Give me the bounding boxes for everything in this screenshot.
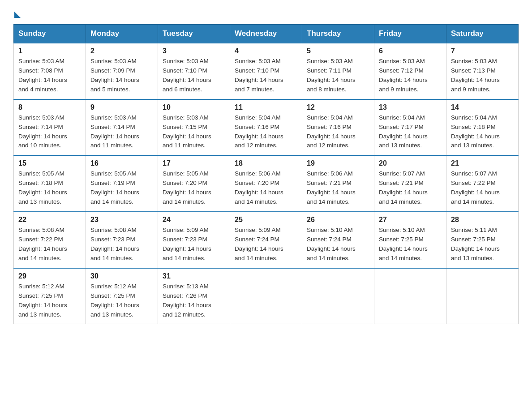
day-number: 15	[18, 159, 81, 167]
calendar-cell: 27 Sunrise: 5:10 AM Sunset: 7:25 PM Dayl…	[374, 212, 446, 268]
day-info: Sunrise: 5:04 AM Sunset: 7:16 PM Dayligh…	[307, 113, 369, 151]
calendar-cell: 1 Sunrise: 5:03 AM Sunset: 7:08 PM Dayli…	[14, 43, 86, 99]
day-info: Sunrise: 5:03 AM Sunset: 7:15 PM Dayligh…	[163, 113, 225, 151]
day-info: Sunrise: 5:07 AM Sunset: 7:22 PM Dayligh…	[451, 169, 514, 207]
calendar-cell: 11 Sunrise: 5:04 AM Sunset: 7:16 PM Dayl…	[230, 99, 302, 156]
calendar-cell: 12 Sunrise: 5:04 AM Sunset: 7:16 PM Dayl…	[302, 99, 374, 156]
day-info: Sunrise: 5:03 AM Sunset: 7:14 PM Dayligh…	[18, 113, 81, 151]
column-header-friday: Friday	[374, 25, 446, 43]
day-number: 1	[18, 47, 81, 55]
column-header-tuesday: Tuesday	[158, 25, 230, 43]
day-info: Sunrise: 5:03 AM Sunset: 7:10 PM Dayligh…	[163, 57, 225, 94]
calendar-cell: 24 Sunrise: 5:09 AM Sunset: 7:23 PM Dayl…	[158, 212, 230, 268]
calendar-cell: 19 Sunrise: 5:06 AM Sunset: 7:21 PM Dayl…	[302, 155, 374, 212]
column-header-saturday: Saturday	[446, 25, 519, 43]
calendar-cell	[230, 268, 302, 324]
week-row-3: 15 Sunrise: 5:05 AM Sunset: 7:18 PM Dayl…	[14, 155, 519, 212]
day-info: Sunrise: 5:03 AM Sunset: 7:09 PM Dayligh…	[90, 57, 153, 94]
day-info: Sunrise: 5:08 AM Sunset: 7:23 PM Dayligh…	[90, 226, 153, 263]
day-info: Sunrise: 5:09 AM Sunset: 7:23 PM Dayligh…	[163, 226, 225, 263]
column-header-thursday: Thursday	[302, 25, 374, 43]
day-number: 26	[307, 216, 369, 224]
day-number: 3	[163, 47, 225, 55]
day-info: Sunrise: 5:05 AM Sunset: 7:18 PM Dayligh…	[18, 169, 81, 207]
day-number: 9	[90, 103, 153, 111]
day-number: 10	[163, 103, 225, 111]
day-info: Sunrise: 5:13 AM Sunset: 7:26 PM Dayligh…	[163, 282, 225, 320]
day-info: Sunrise: 5:05 AM Sunset: 7:19 PM Dayligh…	[90, 169, 153, 207]
day-number: 29	[18, 272, 81, 280]
day-info: Sunrise: 5:10 AM Sunset: 7:24 PM Dayligh…	[307, 226, 369, 263]
day-info: Sunrise: 5:03 AM Sunset: 7:14 PM Dayligh…	[90, 113, 153, 151]
week-row-1: 1 Sunrise: 5:03 AM Sunset: 7:08 PM Dayli…	[14, 43, 519, 99]
day-number: 31	[163, 272, 225, 280]
day-number: 4	[235, 47, 297, 55]
calendar-cell: 7 Sunrise: 5:03 AM Sunset: 7:13 PM Dayli…	[446, 43, 519, 99]
day-number: 23	[90, 216, 153, 224]
day-number: 8	[18, 103, 81, 111]
calendar-cell: 5 Sunrise: 5:03 AM Sunset: 7:11 PM Dayli…	[302, 43, 374, 99]
day-info: Sunrise: 5:11 AM Sunset: 7:25 PM Dayligh…	[451, 226, 514, 263]
logo-arrow-icon	[14, 12, 21, 18]
day-number: 22	[18, 216, 81, 224]
column-header-sunday: Sunday	[14, 25, 86, 43]
day-number: 17	[163, 159, 225, 167]
day-number: 6	[379, 47, 442, 55]
calendar-cell: 21 Sunrise: 5:07 AM Sunset: 7:22 PM Dayl…	[446, 155, 519, 212]
column-header-wednesday: Wednesday	[230, 25, 302, 43]
day-info: Sunrise: 5:04 AM Sunset: 7:16 PM Dayligh…	[235, 113, 297, 151]
calendar-cell: 10 Sunrise: 5:03 AM Sunset: 7:15 PM Dayl…	[158, 99, 230, 156]
calendar-cell: 4 Sunrise: 5:03 AM Sunset: 7:10 PM Dayli…	[230, 43, 302, 99]
week-row-2: 8 Sunrise: 5:03 AM Sunset: 7:14 PM Dayli…	[14, 99, 519, 156]
calendar-cell: 15 Sunrise: 5:05 AM Sunset: 7:18 PM Dayl…	[14, 155, 86, 212]
day-info: Sunrise: 5:10 AM Sunset: 7:25 PM Dayligh…	[379, 226, 442, 263]
calendar-cell: 31 Sunrise: 5:13 AM Sunset: 7:26 PM Dayl…	[158, 268, 230, 324]
calendar-cell: 17 Sunrise: 5:05 AM Sunset: 7:20 PM Dayl…	[158, 155, 230, 212]
calendar-cell: 22 Sunrise: 5:08 AM Sunset: 7:22 PM Dayl…	[14, 212, 86, 268]
day-number: 12	[307, 103, 369, 111]
day-number: 20	[379, 159, 442, 167]
day-info: Sunrise: 5:09 AM Sunset: 7:24 PM Dayligh…	[235, 226, 297, 263]
day-info: Sunrise: 5:08 AM Sunset: 7:22 PM Dayligh…	[18, 226, 81, 263]
day-info: Sunrise: 5:03 AM Sunset: 7:10 PM Dayligh…	[235, 57, 297, 94]
day-info: Sunrise: 5:06 AM Sunset: 7:20 PM Dayligh…	[235, 169, 297, 207]
day-number: 19	[307, 159, 369, 167]
calendar-cell: 9 Sunrise: 5:03 AM Sunset: 7:14 PM Dayli…	[86, 99, 158, 156]
day-info: Sunrise: 5:04 AM Sunset: 7:18 PM Dayligh…	[451, 113, 514, 151]
day-number: 16	[90, 159, 153, 167]
calendar-cell	[374, 268, 446, 324]
day-info: Sunrise: 5:03 AM Sunset: 7:11 PM Dayligh…	[307, 57, 369, 94]
day-info: Sunrise: 5:12 AM Sunset: 7:25 PM Dayligh…	[90, 282, 153, 320]
calendar-cell: 23 Sunrise: 5:08 AM Sunset: 7:23 PM Dayl…	[86, 212, 158, 268]
calendar-cell: 25 Sunrise: 5:09 AM Sunset: 7:24 PM Dayl…	[230, 212, 302, 268]
calendar-cell: 6 Sunrise: 5:03 AM Sunset: 7:12 PM Dayli…	[374, 43, 446, 99]
day-info: Sunrise: 5:03 AM Sunset: 7:13 PM Dayligh…	[451, 57, 514, 94]
day-number: 25	[235, 216, 297, 224]
day-number: 14	[451, 103, 514, 111]
week-row-5: 29 Sunrise: 5:12 AM Sunset: 7:25 PM Dayl…	[14, 268, 519, 324]
day-number: 11	[235, 103, 297, 111]
day-number: 5	[307, 47, 369, 55]
calendar-cell: 14 Sunrise: 5:04 AM Sunset: 7:18 PM Dayl…	[446, 99, 519, 156]
day-number: 7	[451, 47, 514, 55]
header-row: SundayMondayTuesdayWednesdayThursdayFrid…	[14, 25, 519, 43]
calendar-cell: 26 Sunrise: 5:10 AM Sunset: 7:24 PM Dayl…	[302, 212, 374, 268]
day-number: 13	[379, 103, 442, 111]
day-number: 18	[235, 159, 297, 167]
day-info: Sunrise: 5:03 AM Sunset: 7:08 PM Dayligh…	[18, 57, 81, 94]
calendar-cell: 18 Sunrise: 5:06 AM Sunset: 7:20 PM Dayl…	[230, 155, 302, 212]
week-row-4: 22 Sunrise: 5:08 AM Sunset: 7:22 PM Dayl…	[14, 212, 519, 268]
calendar-cell: 20 Sunrise: 5:07 AM Sunset: 7:21 PM Dayl…	[374, 155, 446, 212]
day-info: Sunrise: 5:12 AM Sunset: 7:25 PM Dayligh…	[18, 282, 81, 320]
calendar-cell	[446, 268, 519, 324]
calendar-cell: 2 Sunrise: 5:03 AM Sunset: 7:09 PM Dayli…	[86, 43, 158, 99]
calendar-cell: 29 Sunrise: 5:12 AM Sunset: 7:25 PM Dayl…	[14, 268, 86, 324]
day-number: 2	[90, 47, 153, 55]
calendar-cell: 28 Sunrise: 5:11 AM Sunset: 7:25 PM Dayl…	[446, 212, 519, 268]
day-info: Sunrise: 5:04 AM Sunset: 7:17 PM Dayligh…	[379, 113, 442, 151]
day-info: Sunrise: 5:07 AM Sunset: 7:21 PM Dayligh…	[379, 169, 442, 207]
calendar-cell: 13 Sunrise: 5:04 AM Sunset: 7:17 PM Dayl…	[374, 99, 446, 156]
day-number: 21	[451, 159, 514, 167]
day-number: 28	[451, 216, 514, 224]
logo	[13, 9, 21, 17]
